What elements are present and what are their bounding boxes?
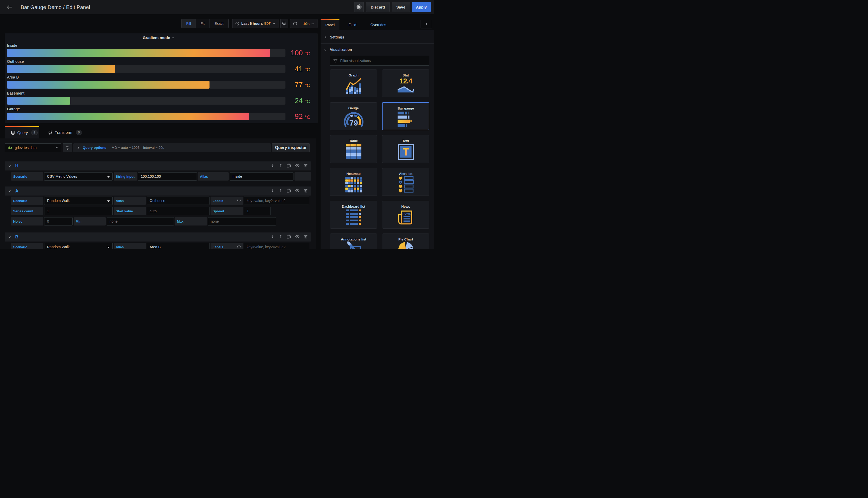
svg-text:12.4: 12.4 <box>399 78 412 85</box>
svg-text:news: news <box>402 211 411 215</box>
svg-text:T: T <box>403 146 409 158</box>
svg-text:79: 79 <box>349 119 358 127</box>
